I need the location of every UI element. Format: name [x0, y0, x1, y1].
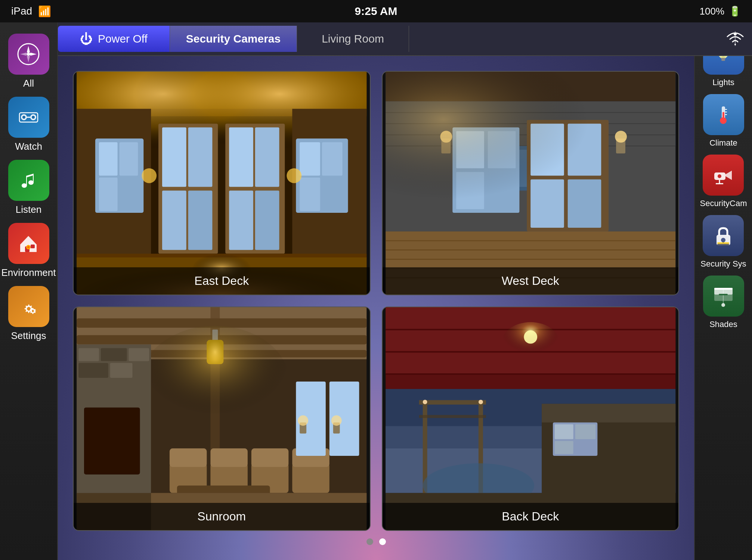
svg-rect-50 [99, 142, 118, 176]
right-item-shades[interactable]: Shades [703, 276, 744, 329]
living-room-label: Living Room [322, 32, 384, 45]
svg-rect-118 [101, 348, 127, 361]
svg-rect-130 [251, 448, 289, 467]
shades-label: Shades [709, 320, 737, 329]
surveillance-camera-icon [711, 163, 736, 187]
svg-rect-156 [554, 424, 573, 439]
status-time: 9:25 AM [355, 5, 397, 18]
svg-rect-60 [162, 127, 186, 187]
back-deck-image [383, 307, 679, 530]
living-room-button[interactable]: Living Room [297, 26, 409, 52]
cameras-label: Security Cameras [186, 32, 281, 45]
svg-rect-61 [188, 127, 213, 187]
sidebar-item-environment[interactable]: Environment [1, 223, 56, 279]
sunroom-svg [74, 307, 370, 530]
page-indicator [366, 538, 386, 545]
svg-rect-52 [99, 178, 118, 211]
svg-point-148 [501, 322, 560, 367]
lights-label: Lights [712, 78, 734, 87]
sunroom-image [74, 307, 370, 530]
compass-icon [16, 42, 41, 66]
settings-icon [8, 286, 49, 327]
back-deck-svg [383, 307, 679, 530]
svg-rect-120 [78, 363, 108, 378]
main-content: East Deck [58, 56, 694, 560]
svg-rect-124 [84, 408, 140, 475]
right-item-security-cam[interactable]: SecurityCam [700, 155, 747, 208]
svg-point-13 [27, 246, 30, 248]
all-label: All [23, 78, 34, 89]
climate-right-icon [703, 94, 744, 135]
svg-rect-119 [129, 348, 149, 361]
svg-point-7 [32, 116, 35, 119]
wifi-signal-icon [726, 29, 745, 48]
svg-point-3 [27, 53, 30, 56]
right-item-climate[interactable]: Climate [703, 94, 744, 148]
svg-point-41 [721, 303, 725, 307]
svg-rect-66 [255, 127, 279, 187]
sunroom-camera[interactable]: Sunroom [73, 307, 371, 531]
svg-rect-159 [575, 441, 595, 454]
west-deck-label: West Deck [383, 267, 679, 295]
camera-grid: East Deck [73, 71, 679, 531]
sidebar-item-settings[interactable]: Settings [8, 286, 49, 342]
svg-rect-11 [31, 245, 35, 248]
svg-rect-162 [419, 400, 486, 405]
right-sidebar: Lights Climate SecurityCam [694, 22, 752, 560]
svg-point-140 [331, 416, 342, 426]
sidebar-item-watch[interactable]: Watch [8, 97, 49, 152]
status-left: iPad 📶 [11, 5, 51, 18]
battery-icon: 🔋 [729, 6, 741, 17]
page-dot-2[interactable] [379, 538, 386, 545]
window-shade-icon [711, 284, 736, 308]
back-deck-camera[interactable]: Back Deck [382, 307, 680, 531]
svg-rect-126 [170, 448, 207, 467]
left-sidebar: All Watch Listen [0, 22, 58, 560]
svg-rect-35 [717, 244, 729, 245]
svg-rect-57 [300, 178, 320, 211]
home-icon [16, 231, 41, 256]
svg-point-28 [718, 174, 721, 178]
security-sys-icon [703, 215, 744, 256]
watch-label: Watch [15, 141, 42, 152]
svg-rect-34 [717, 242, 729, 244]
power-icon: ⏻ [80, 32, 93, 46]
svg-point-73 [142, 168, 157, 183]
svg-rect-157 [575, 424, 595, 439]
sidebar-item-listen[interactable]: Listen [8, 160, 49, 215]
listen-label: Listen [16, 204, 41, 215]
svg-rect-22 [722, 112, 724, 120]
west-deck-camera[interactable]: West Deck [382, 71, 680, 295]
svg-rect-163 [419, 415, 486, 418]
svg-rect-65 [229, 127, 253, 187]
sunroom-label: Sunroom [74, 503, 370, 530]
svg-rect-105 [386, 72, 675, 231]
svg-rect-51 [120, 142, 138, 176]
svg-rect-131 [292, 463, 329, 493]
device-label: iPad [11, 5, 32, 17]
battery-label: 100% [700, 6, 725, 17]
page-dot-1[interactable] [366, 538, 373, 545]
svg-point-74 [287, 168, 301, 183]
network-status-button[interactable] [718, 26, 752, 52]
svg-rect-55 [300, 142, 320, 176]
padlock-icon [711, 224, 736, 248]
right-item-security-sys[interactable]: Security Sys [700, 215, 746, 269]
power-off-button[interactable]: ⏻ Power Off [58, 26, 170, 52]
svg-point-115 [140, 326, 289, 438]
svg-point-6 [22, 116, 25, 119]
west-deck-svg [383, 72, 679, 295]
svg-rect-122 [134, 363, 149, 378]
climate-label: Climate [709, 138, 737, 148]
svg-marker-27 [725, 171, 732, 180]
all-icon [8, 34, 49, 75]
security-cam-icon [703, 155, 744, 196]
svg-point-138 [298, 416, 308, 426]
east-deck-camera[interactable]: East Deck [73, 71, 371, 295]
sidebar-item-all[interactable]: All [8, 34, 49, 89]
svg-rect-117 [78, 348, 99, 361]
security-cameras-button[interactable]: Security Cameras [170, 26, 297, 52]
music-note-icon [16, 168, 41, 193]
svg-rect-121 [110, 363, 133, 378]
east-deck-svg [74, 72, 370, 295]
